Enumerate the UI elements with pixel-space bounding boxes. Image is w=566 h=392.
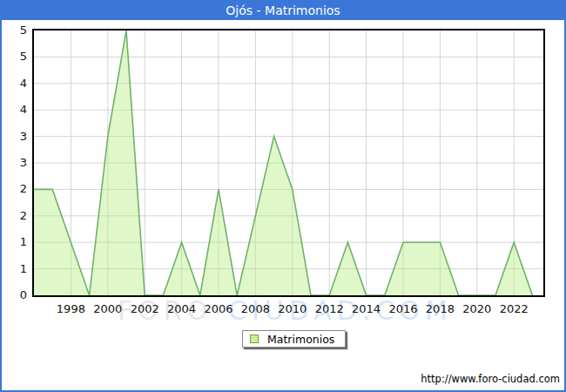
y-tick-label: 5: [2, 24, 27, 37]
y-tick-label: 3: [2, 130, 27, 144]
x-tick-label: 2018: [421, 302, 459, 315]
y-tick-label: 5: [2, 50, 27, 64]
title-bar: Ojós - Matrimonios: [2, 2, 564, 20]
legend-label: Matrimonios: [267, 333, 334, 346]
x-tick-label: 2000: [89, 302, 127, 315]
y-tick-label: 1: [2, 235, 27, 249]
y-tick-label: 4: [2, 77, 27, 91]
x-tick-label: 2016: [384, 302, 422, 315]
x-tick-label: 2014: [347, 302, 386, 315]
y-tick-label: 3: [2, 156, 27, 170]
chart-window: Ojós - Matrimonios 55443322110 199820002…: [0, 0, 566, 392]
y-tick-label: 2: [2, 182, 27, 196]
y-tick-label: 0: [2, 288, 27, 302]
x-tick-label: 2002: [125, 302, 164, 315]
x-tick-label: 2020: [458, 302, 496, 315]
x-tick-label: 2012: [310, 302, 348, 315]
area-chart: [34, 30, 543, 295]
x-tick-label: 1998: [51, 302, 90, 315]
x-tick-label: 2022: [495, 302, 533, 315]
x-tick-label: 2006: [199, 302, 238, 315]
plot-area: [32, 29, 545, 297]
footer-url: http://www.foro-ciudad.com: [421, 373, 560, 385]
y-tick-label: 2: [2, 209, 27, 223]
legend-box: Matrimonios: [242, 330, 346, 348]
x-tick-label: 2008: [236, 302, 274, 315]
y-tick-label: 4: [2, 103, 27, 117]
legend-swatch-icon: [250, 335, 259, 343]
y-tick-label: 1: [2, 262, 27, 276]
x-tick-label: 2004: [163, 302, 201, 315]
page-title: Ojós - Matrimonios: [226, 3, 340, 17]
x-tick-label: 2010: [273, 302, 312, 315]
